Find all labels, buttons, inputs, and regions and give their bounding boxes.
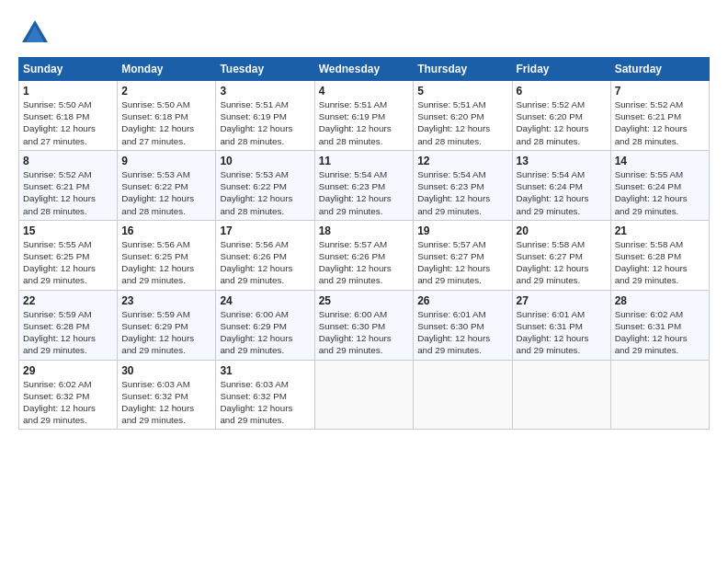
day-cell-14: 14Sunrise: 5:55 AM Sunset: 6:24 PM Dayli…	[610, 150, 709, 220]
weekday-header-wednesday: Wednesday	[314, 58, 414, 81]
day-info: Sunrise: 5:56 AM Sunset: 6:25 PM Dayligh…	[121, 238, 211, 287]
day-info: Sunrise: 5:54 AM Sunset: 6:23 PM Dayligh…	[417, 168, 507, 217]
day-cell-16: 16Sunrise: 5:56 AM Sunset: 6:25 PM Dayli…	[118, 220, 216, 290]
empty-cell	[414, 360, 512, 430]
calendar: SundayMondayTuesdayWednesdayThursdayFrid…	[18, 57, 710, 430]
day-cell-6: 6Sunrise: 5:52 AM Sunset: 6:20 PM Daylig…	[512, 81, 610, 151]
day-number: 16	[121, 224, 211, 237]
weekday-header-thursday: Thursday	[414, 58, 512, 81]
day-cell-19: 19Sunrise: 5:57 AM Sunset: 6:27 PM Dayli…	[414, 220, 512, 290]
day-info: Sunrise: 6:02 AM Sunset: 6:32 PM Dayligh…	[23, 378, 113, 427]
day-cell-28: 28Sunrise: 6:02 AM Sunset: 6:31 PM Dayli…	[610, 290, 709, 360]
day-number: 6	[517, 85, 607, 98]
day-number: 4	[319, 85, 410, 98]
day-number: 19	[417, 224, 507, 237]
day-info: Sunrise: 6:01 AM Sunset: 6:30 PM Dayligh…	[417, 308, 507, 357]
week-row-5: 29Sunrise: 6:02 AM Sunset: 6:32 PM Dayli…	[19, 360, 710, 430]
day-number: 31	[220, 364, 310, 377]
day-cell-7: 7Sunrise: 5:52 AM Sunset: 6:21 PM Daylig…	[610, 81, 709, 151]
day-number: 25	[319, 294, 410, 307]
day-cell-18: 18Sunrise: 5:57 AM Sunset: 6:26 PM Dayli…	[314, 220, 414, 290]
day-cell-15: 15Sunrise: 5:55 AM Sunset: 6:25 PM Dayli…	[19, 220, 118, 290]
day-info: Sunrise: 5:52 AM Sunset: 6:21 PM Dayligh…	[23, 168, 113, 217]
day-cell-2: 2Sunrise: 5:50 AM Sunset: 6:18 PM Daylig…	[118, 81, 216, 151]
logo	[18, 17, 53, 50]
day-number: 11	[319, 155, 410, 167]
day-info: Sunrise: 6:03 AM Sunset: 6:32 PM Dayligh…	[220, 378, 310, 427]
day-info: Sunrise: 5:58 AM Sunset: 6:28 PM Dayligh…	[615, 238, 705, 287]
day-cell-13: 13Sunrise: 5:54 AM Sunset: 6:24 PM Dayli…	[512, 150, 610, 220]
day-number: 21	[615, 224, 705, 237]
week-row-3: 15Sunrise: 5:55 AM Sunset: 6:25 PM Dayli…	[19, 220, 710, 290]
day-number: 28	[615, 294, 705, 307]
weekday-header-sunday: Sunday	[19, 58, 118, 81]
day-cell-29: 29Sunrise: 6:02 AM Sunset: 6:32 PM Dayli…	[19, 360, 118, 430]
day-number: 12	[417, 155, 507, 167]
day-cell-5: 5Sunrise: 5:51 AM Sunset: 6:20 PM Daylig…	[414, 81, 512, 151]
day-cell-9: 9Sunrise: 5:53 AM Sunset: 6:22 PM Daylig…	[118, 150, 216, 220]
day-info: Sunrise: 5:57 AM Sunset: 6:26 PM Dayligh…	[319, 238, 410, 287]
empty-cell	[610, 360, 709, 430]
day-cell-12: 12Sunrise: 5:54 AM Sunset: 6:23 PM Dayli…	[414, 150, 512, 220]
day-info: Sunrise: 6:00 AM Sunset: 6:30 PM Dayligh…	[319, 308, 410, 357]
day-number: 2	[121, 85, 211, 98]
day-info: Sunrise: 6:02 AM Sunset: 6:31 PM Dayligh…	[615, 308, 705, 357]
day-info: Sunrise: 5:51 AM Sunset: 6:19 PM Dayligh…	[319, 98, 410, 147]
day-cell-1: 1Sunrise: 5:50 AM Sunset: 6:18 PM Daylig…	[19, 81, 118, 151]
day-number: 7	[615, 85, 705, 98]
weekday-header-saturday: Saturday	[610, 58, 709, 81]
day-info: Sunrise: 5:54 AM Sunset: 6:24 PM Dayligh…	[517, 168, 607, 217]
day-info: Sunrise: 5:55 AM Sunset: 6:25 PM Dayligh…	[23, 238, 113, 287]
day-number: 8	[23, 155, 113, 167]
day-info: Sunrise: 5:50 AM Sunset: 6:18 PM Dayligh…	[23, 98, 113, 147]
day-cell-21: 21Sunrise: 5:58 AM Sunset: 6:28 PM Dayli…	[610, 220, 709, 290]
day-cell-31: 31Sunrise: 6:03 AM Sunset: 6:32 PM Dayli…	[216, 360, 314, 430]
day-cell-10: 10Sunrise: 5:53 AM Sunset: 6:22 PM Dayli…	[216, 150, 314, 220]
day-number: 14	[615, 155, 705, 167]
day-info: Sunrise: 5:57 AM Sunset: 6:27 PM Dayligh…	[417, 238, 507, 287]
day-info: Sunrise: 5:55 AM Sunset: 6:24 PM Dayligh…	[615, 168, 705, 217]
weekday-header-friday: Friday	[512, 58, 610, 81]
day-cell-8: 8Sunrise: 5:52 AM Sunset: 6:21 PM Daylig…	[19, 150, 118, 220]
day-number: 13	[517, 155, 607, 167]
weekday-header-row: SundayMondayTuesdayWednesdayThursdayFrid…	[19, 58, 710, 81]
day-number: 26	[417, 294, 507, 307]
day-number: 9	[121, 155, 211, 167]
week-row-1: 1Sunrise: 5:50 AM Sunset: 6:18 PM Daylig…	[19, 81, 710, 151]
day-info: Sunrise: 6:03 AM Sunset: 6:32 PM Dayligh…	[121, 378, 211, 427]
day-number: 29	[23, 364, 113, 377]
logo-icon	[18, 17, 51, 50]
day-cell-23: 23Sunrise: 5:59 AM Sunset: 6:29 PM Dayli…	[118, 290, 216, 360]
day-info: Sunrise: 5:51 AM Sunset: 6:19 PM Dayligh…	[220, 98, 310, 147]
day-number: 15	[23, 224, 113, 237]
day-info: Sunrise: 5:53 AM Sunset: 6:22 PM Dayligh…	[220, 168, 310, 217]
day-info: Sunrise: 5:54 AM Sunset: 6:23 PM Dayligh…	[319, 168, 410, 217]
day-number: 10	[220, 155, 310, 167]
day-info: Sunrise: 5:52 AM Sunset: 6:20 PM Dayligh…	[517, 98, 607, 147]
day-number: 27	[517, 294, 607, 307]
day-cell-4: 4Sunrise: 5:51 AM Sunset: 6:19 PM Daylig…	[314, 81, 414, 151]
day-info: Sunrise: 5:50 AM Sunset: 6:18 PM Dayligh…	[121, 98, 211, 147]
week-row-4: 22Sunrise: 5:59 AM Sunset: 6:28 PM Dayli…	[19, 290, 710, 360]
day-number: 17	[220, 224, 310, 237]
day-info: Sunrise: 5:52 AM Sunset: 6:21 PM Dayligh…	[615, 98, 705, 147]
day-number: 24	[220, 294, 310, 307]
weekday-header-monday: Monday	[118, 58, 216, 81]
day-number: 18	[319, 224, 410, 237]
day-info: Sunrise: 5:51 AM Sunset: 6:20 PM Dayligh…	[417, 98, 507, 147]
empty-cell	[314, 360, 414, 430]
day-info: Sunrise: 6:01 AM Sunset: 6:31 PM Dayligh…	[517, 308, 607, 357]
week-row-2: 8Sunrise: 5:52 AM Sunset: 6:21 PM Daylig…	[19, 150, 710, 220]
day-cell-30: 30Sunrise: 6:03 AM Sunset: 6:32 PM Dayli…	[118, 360, 216, 430]
day-cell-22: 22Sunrise: 5:59 AM Sunset: 6:28 PM Dayli…	[19, 290, 118, 360]
day-cell-20: 20Sunrise: 5:58 AM Sunset: 6:27 PM Dayli…	[512, 220, 610, 290]
day-cell-11: 11Sunrise: 5:54 AM Sunset: 6:23 PM Dayli…	[314, 150, 414, 220]
day-cell-25: 25Sunrise: 6:00 AM Sunset: 6:30 PM Dayli…	[314, 290, 414, 360]
day-info: Sunrise: 5:59 AM Sunset: 6:28 PM Dayligh…	[23, 308, 113, 357]
day-number: 1	[23, 85, 113, 98]
day-number: 23	[121, 294, 211, 307]
day-number: 22	[23, 294, 113, 307]
day-cell-3: 3Sunrise: 5:51 AM Sunset: 6:19 PM Daylig…	[216, 81, 314, 151]
day-cell-24: 24Sunrise: 6:00 AM Sunset: 6:29 PM Dayli…	[216, 290, 314, 360]
day-cell-17: 17Sunrise: 5:56 AM Sunset: 6:26 PM Dayli…	[216, 220, 314, 290]
